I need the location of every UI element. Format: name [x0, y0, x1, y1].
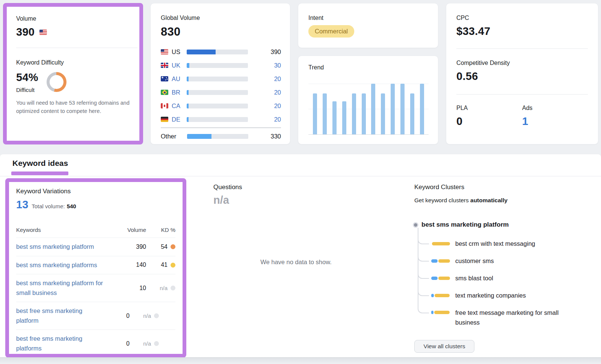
br-flag-icon: [161, 90, 168, 95]
competitive-density-value: 0.56: [456, 70, 478, 83]
clusters-subtitle-bold: automatically: [470, 197, 507, 203]
intent-badge: Commercial: [308, 25, 354, 38]
cluster-item: sms blast tool: [431, 274, 493, 283]
view-all-clusters-button[interactable]: View all clusters: [414, 340, 474, 353]
keyword-kd: 54: [161, 244, 168, 250]
keyword-row: best sms marketing platform 390 54: [16, 238, 175, 256]
volume-bar: [187, 134, 248, 139]
ads-value[interactable]: 1: [522, 115, 528, 128]
keyword-link[interactable]: best sms marketing platform: [16, 242, 119, 252]
country-volume[interactable]: 30: [248, 62, 281, 69]
country-code-link[interactable]: BR: [172, 89, 187, 96]
questions-empty-message: We have no data to show.: [213, 259, 379, 266]
country-code-link[interactable]: DE: [172, 116, 187, 123]
kd-dot-icon: [154, 341, 159, 346]
keyword-ideas-title: Keyword ideas: [12, 159, 68, 168]
cluster-root-dot-icon: [414, 223, 417, 227]
volume-value: 390: [16, 26, 35, 38]
keyword-clusters-title: Keyword Clusters: [414, 184, 591, 191]
country-volume[interactable]: 20: [248, 89, 281, 96]
keyword-clusters-section: Keyword Clusters Get keyword clusters au…: [414, 184, 591, 204]
global-volume-value: 830: [161, 25, 181, 39]
keyword-kd: n/a: [143, 313, 151, 319]
global-volume-row-other: Other 330: [161, 129, 281, 143]
divider: [16, 48, 137, 48]
keyword-difficulty-description: You will need to have 53 referring domai…: [16, 99, 138, 116]
global-volume-row-uk: UK 30: [161, 59, 281, 72]
cluster-label: text marketing companies: [455, 291, 526, 301]
total-volume-value: 540: [67, 203, 76, 209]
keyword-volume: 0: [103, 313, 130, 319]
questions-value: n/a: [213, 194, 390, 206]
trend-bar: [381, 93, 385, 134]
trend-bar: [362, 93, 366, 134]
country-volume[interactable]: 20: [248, 102, 281, 110]
column-header-keywords: Keywords: [16, 227, 119, 233]
cluster-item: free text message marketing for small bu…: [431, 308, 579, 327]
column-header-kd: KD %: [146, 227, 175, 233]
country-volume[interactable]: 20: [248, 75, 281, 83]
intent-card: Intent Commercial: [298, 3, 438, 48]
country-code-link[interactable]: AU: [172, 75, 187, 83]
trend-bar: [400, 84, 405, 134]
country-code: US: [172, 48, 187, 56]
other-label: Other: [161, 133, 187, 140]
volume-bar: [187, 63, 248, 68]
cluster-pill-icon: [431, 242, 450, 245]
keyword-difficulty-label: Keyword Difficulty: [16, 59, 138, 66]
country-volume[interactable]: 20: [248, 116, 281, 123]
volume-bar: [187, 77, 248, 81]
volume-bar: [187, 117, 248, 122]
trend-card: Trend: [298, 56, 438, 144]
keyword-difficulty-value: 54%: [16, 71, 38, 84]
us-flag-icon: [39, 30, 47, 35]
volume-label: Volume: [16, 15, 47, 22]
annotation-underline: [11, 171, 68, 175]
global-volume-row-de: DE 20: [161, 113, 281, 126]
global-volume-row-br: BR 20: [161, 86, 281, 99]
trend-bar: [391, 84, 395, 134]
cluster-label: best crm with text messaging: [455, 239, 535, 249]
cluster-label: customer sms: [455, 256, 494, 266]
cluster-pill-icon: [431, 277, 450, 280]
keyword-ideas-panel: Keyword ideas Keyword Variations 13 Tota…: [0, 154, 601, 357]
global-volume-row-ca: CA 20: [161, 99, 281, 113]
total-volume-label: Total volume:: [32, 203, 65, 209]
keyword-link[interactable]: best sms marketing platforms: [16, 260, 119, 270]
keyword-row: best free sms marketing platform 0 n/a: [16, 302, 175, 329]
cpc-label: CPC: [456, 15, 469, 21]
cluster-item: text marketing companies: [431, 291, 526, 301]
keyword-link[interactable]: best sms marketing platform for small bu…: [16, 278, 119, 298]
keyword-volume: 0: [103, 340, 130, 347]
keyword-difficulty-level: Difficult: [16, 87, 38, 93]
divider: [456, 94, 588, 95]
us-flag-icon: [161, 49, 168, 54]
au-flag-icon: [161, 76, 168, 81]
page-bottom-edge: [0, 357, 601, 364]
keyword-kd: n/a: [160, 285, 168, 291]
pla-value: 0: [456, 115, 462, 128]
keyword-variations-title: Keyword Variations: [16, 188, 175, 195]
keyword-row: best free sms marketing platforms 0 n/a: [16, 329, 175, 357]
other-volume: 330: [248, 133, 281, 140]
divider: [456, 48, 588, 49]
cluster-root-label: best sms marketing platform: [421, 221, 509, 229]
keyword-link[interactable]: best free sms marketing platform: [16, 306, 103, 325]
variations-count: 13: [16, 199, 28, 211]
trend-bar: [332, 101, 337, 134]
trend-bar: [410, 93, 414, 134]
country-code-link[interactable]: CA: [172, 102, 187, 110]
ca-flag-icon: [161, 103, 168, 108]
volume-bar: [187, 104, 248, 108]
questions-section: Questions n/a: [213, 184, 390, 206]
axis-baseline: [308, 134, 429, 135]
cluster-pill-icon: [431, 311, 450, 314]
cluster-pill-icon: [431, 259, 450, 263]
country-code-link[interactable]: UK: [172, 62, 187, 69]
keyword-link[interactable]: best free sms marketing platforms: [16, 334, 103, 353]
volume-bar: [187, 50, 248, 54]
keyword-row: best sms marketing platform for small bu…: [16, 274, 175, 302]
trend-bar: [371, 84, 375, 134]
trend-bar: [313, 93, 317, 134]
volume-bar: [187, 90, 248, 95]
